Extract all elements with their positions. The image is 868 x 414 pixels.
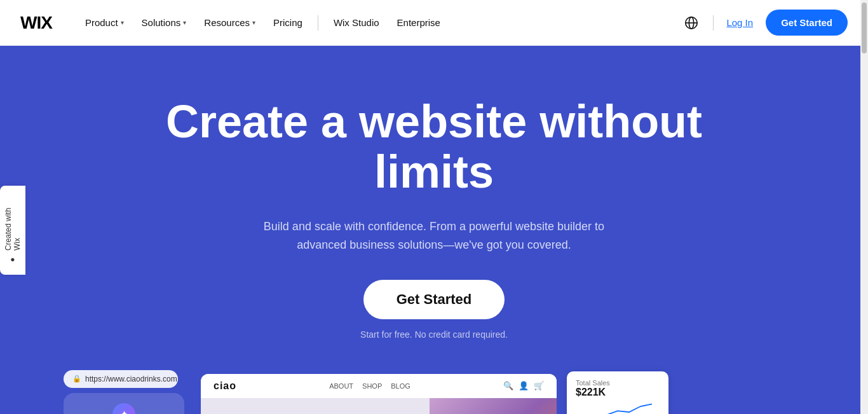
preview-center-card: ciao ABOUT SHOP BLOG 🔍 👤 🛒 Sparkling Fru… <box>201 374 557 414</box>
preview-right-card: Total Sales $221K <box>567 371 668 414</box>
nav-pricing-label: Pricing <box>273 17 302 28</box>
lock-icon: 🔒 <box>72 375 81 383</box>
hero-subtitle: Build and scale with confidence. From a … <box>256 217 612 254</box>
wix-sidebar-label: Created with Wix <box>4 196 22 251</box>
resources-chevron-icon: ▾ <box>252 19 255 26</box>
user-icon: 👤 <box>519 381 529 390</box>
ciao-product-image <box>430 398 557 414</box>
cart-icon: 🛒 <box>534 381 544 390</box>
created-with-wix-sidebar: ● Created with Wix <box>0 186 25 275</box>
ciao-nav-icons: 🔍 👤 🛒 <box>503 381 544 390</box>
hero-section: Create a website without limits Build an… <box>0 46 868 414</box>
nav-divider <box>318 15 318 31</box>
search-icon: 🔍 <box>503 381 513 390</box>
ciao-logo: ciao <box>214 380 236 392</box>
preview-strip: 🔒 https://www.ciaodrinks.com ✦ ✦ Want to… <box>0 370 868 414</box>
ciao-nav-links: ABOUT SHOP BLOG <box>329 382 410 390</box>
url-text: https://www.ciaodrinks.com <box>85 375 177 383</box>
nav-right-divider <box>713 15 714 31</box>
ai-sparkle-icon: ✦ <box>112 403 135 414</box>
nav-get-started-button[interactable]: Get Started <box>766 10 848 36</box>
stats-value: $221K <box>576 387 660 398</box>
hero-get-started-button[interactable]: Get Started <box>363 280 505 319</box>
stats-chart <box>576 401 660 414</box>
product-chevron-icon: ▾ <box>121 19 124 26</box>
nav-solutions-label: Solutions <box>142 17 181 28</box>
url-bar: 🔒 https://www.ciaodrinks.com <box>64 370 178 388</box>
ciao-navbar: ciao ABOUT SHOP BLOG 🔍 👤 🛒 <box>201 374 557 398</box>
ciao-nav-about: ABOUT <box>329 382 353 390</box>
ciao-nav-blog: BLOG <box>391 382 410 390</box>
language-selector[interactable] <box>680 11 703 34</box>
ciao-title-line1: Sparkling <box>214 411 286 414</box>
nav-item-product[interactable]: Product ▾ <box>78 12 132 33</box>
wix-logo[interactable]: WIX <box>20 13 52 33</box>
ciao-nav-shop: SHOP <box>362 382 382 390</box>
wix-sidebar-dot: ● <box>8 256 17 265</box>
ai-chat-container: ✦ ✦ Want to change this layout? Make it … <box>64 393 184 414</box>
preview-left-card: 🔒 https://www.ciaodrinks.com ✦ ✦ Want to… <box>64 370 191 414</box>
nav-item-pricing[interactable]: Pricing <box>266 12 310 33</box>
scrollbar[interactable] <box>860 0 868 414</box>
ciao-text-area: Sparkling Fruit Soda SHOP NOW <box>201 398 430 414</box>
nav-wix-studio-label: Wix Studio <box>334 17 379 28</box>
nav-resources-label: Resources <box>204 17 250 28</box>
hero-free-note: Start for free. No credit card required. <box>360 329 508 340</box>
nav-item-solutions[interactable]: Solutions ▾ <box>134 12 194 33</box>
stats-card: Total Sales $221K <box>567 371 668 414</box>
nav-item-resources[interactable]: Resources ▾ <box>196 12 263 33</box>
login-link[interactable]: Log In <box>724 12 756 33</box>
ciao-product-title: Sparkling Fruit Soda <box>214 411 417 414</box>
nav-product-label: Product <box>85 17 118 28</box>
ciao-body: Sparkling Fruit Soda SHOP NOW <box>201 398 557 414</box>
hero-title: Create a website without limits <box>132 97 736 197</box>
stats-label: Total Sales <box>576 379 660 387</box>
nav-item-enterprise[interactable]: Enterprise <box>390 12 448 33</box>
solutions-chevron-icon: ▾ <box>183 19 186 26</box>
navbar: WIX Product ▾ Solutions ▾ Resources ▾ Pr… <box>0 0 868 46</box>
nav-right: Log In Get Started <box>680 10 848 36</box>
globe-icon <box>684 16 698 30</box>
nav-links: Product ▾ Solutions ▾ Resources ▾ Pricin… <box>78 12 681 33</box>
nav-enterprise-label: Enterprise <box>397 17 440 28</box>
nav-item-wix-studio[interactable]: Wix Studio <box>326 12 387 33</box>
scrollbar-thumb[interactable] <box>862 3 867 53</box>
